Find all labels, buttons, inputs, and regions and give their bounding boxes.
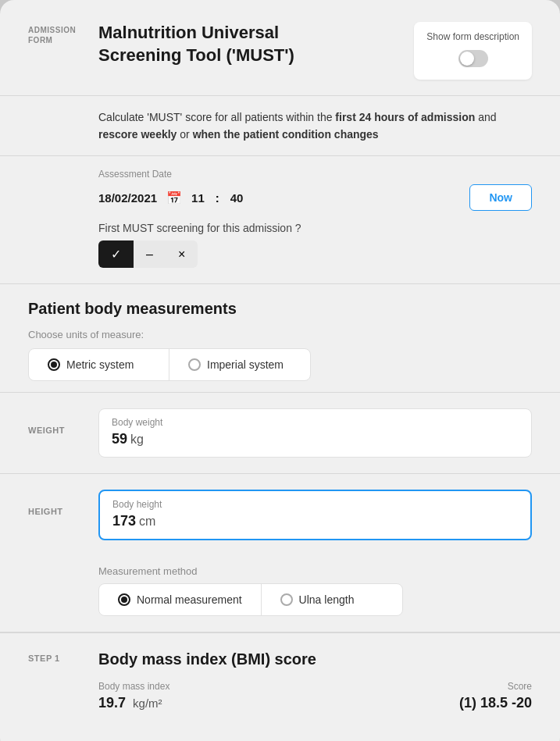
weight-number: 59: [112, 431, 127, 447]
time-separator: :: [216, 191, 219, 205]
bmi-number: 19.7: [98, 695, 126, 711]
header-section: ADMISSION FORM Malnutrition Universal Sc…: [0, 0, 560, 96]
bold-condition: when the patient condition changes: [193, 128, 379, 141]
ulna-option[interactable]: Ulna length: [262, 584, 402, 615]
screening-no-button[interactable]: ×: [166, 240, 198, 268]
weight-value: 59kg: [112, 431, 519, 447]
height-field-box[interactable]: Body height 173cm: [98, 490, 532, 540]
weight-field-box[interactable]: Body weight 59kg: [98, 408, 532, 458]
ulna-radio-dot: [280, 593, 293, 606]
step1-section: STEP 1 Body mass index (BMI) score Body …: [0, 632, 560, 729]
bmi-unit: kg/m²: [133, 696, 162, 710]
height-value: 173cm: [112, 513, 518, 529]
metric-radio-dot: [48, 358, 60, 371]
bmi-value: 19.7 kg/m²: [98, 695, 169, 711]
date-row: 18/02/2021 📅 11 : 40 Now: [98, 184, 532, 211]
method-label: Measurement method: [98, 565, 532, 577]
bold-first24: first 24 hours of admission: [335, 111, 475, 123]
method-radio-group: Normal measurement Ulna length: [98, 583, 403, 616]
height-inner-row: HEIGHT Body height 173cm: [28, 490, 532, 540]
toggle-knob: [460, 52, 474, 66]
screening-toggle-group: ✓ – ×: [98, 240, 532, 268]
imperial-option[interactable]: Imperial system: [169, 349, 310, 380]
step1-title: Body mass index (BMI) score: [98, 650, 532, 668]
assessment-hour: 11: [191, 191, 205, 205]
measurements-header: Patient body measurements Choose units o…: [0, 284, 560, 392]
imperial-radio-dot: [188, 358, 201, 371]
header-left: ADMISSION FORM Malnutrition Universal Sc…: [28, 22, 364, 66]
normal-label: Normal measurement: [137, 593, 242, 606]
ulna-label: Ulna length: [299, 593, 355, 606]
measurements-wrapper: Patient body measurements Choose units o…: [0, 284, 560, 632]
score-value: (1) 18.5 -20: [459, 695, 532, 711]
bmi-row: Body mass index 19.7 kg/m² Score (1) 18.…: [98, 681, 532, 711]
height-row: HEIGHT Body height 173cm Measurement met…: [0, 473, 560, 632]
metric-label: Metric system: [66, 358, 134, 371]
score-label: Score: [459, 681, 532, 692]
screening-question: First MUST screening for this admission …: [98, 222, 532, 234]
metric-option[interactable]: Metric system: [29, 349, 169, 380]
assessment-date-label: Assessment Date: [98, 169, 532, 180]
assessment-date-value: 18/02/2021: [98, 191, 157, 205]
units-label: Choose units of measure:: [28, 329, 532, 340]
height-number: 173: [112, 513, 136, 529]
measurements-title: Patient body measurements: [28, 300, 532, 318]
form-title: Malnutrition Universal Screening Tool ('…: [98, 22, 364, 66]
bold-rescore: rescore weekly: [98, 128, 177, 141]
method-section: Measurement method Normal measurement Ul…: [28, 565, 532, 616]
weight-unit: kg: [130, 433, 144, 446]
show-form-box: Show form description: [414, 22, 532, 80]
now-button[interactable]: Now: [469, 184, 532, 211]
step1-content: Body mass index (BMI) score Body mass in…: [98, 650, 532, 711]
calendar-icon[interactable]: 📅: [166, 191, 182, 205]
admission-label: ADMISSION FORM: [28, 25, 83, 45]
height-row-label: HEIGHT: [28, 490, 83, 516]
height-unit: cm: [139, 515, 155, 528]
score-right: Score (1) 18.5 -20: [459, 681, 532, 711]
screening-yes-button[interactable]: ✓: [98, 240, 134, 268]
weight-row: WEIGHT Body weight 59kg: [0, 392, 560, 473]
weight-row-label: WEIGHT: [28, 408, 83, 435]
step1-label: STEP 1: [28, 650, 83, 663]
assessment-section: Assessment Date 18/02/2021 📅 11 : 40 Now…: [0, 156, 560, 284]
units-radio-group: Metric system Imperial system: [28, 348, 311, 381]
normal-measurement-option[interactable]: Normal measurement: [99, 584, 262, 615]
normal-radio-dot: [118, 593, 130, 606]
assessment-minute: 40: [230, 191, 244, 205]
show-form-toggle[interactable]: [458, 50, 488, 67]
description-section: Calculate 'MUST' score for all patients …: [0, 96, 560, 157]
show-form-label: Show form description: [426, 31, 519, 44]
weight-field-label: Body weight: [112, 417, 519, 428]
imperial-label: Imperial system: [207, 358, 284, 371]
description-text: Calculate 'MUST' score for all patients …: [98, 109, 532, 144]
bmi-label: Body mass index: [98, 681, 169, 692]
main-card: ADMISSION FORM Malnutrition Universal Sc…: [0, 0, 560, 741]
bmi-left: Body mass index 19.7 kg/m²: [98, 681, 169, 711]
screening-dash-button[interactable]: –: [134, 240, 166, 268]
height-field-label: Body height: [112, 499, 518, 510]
